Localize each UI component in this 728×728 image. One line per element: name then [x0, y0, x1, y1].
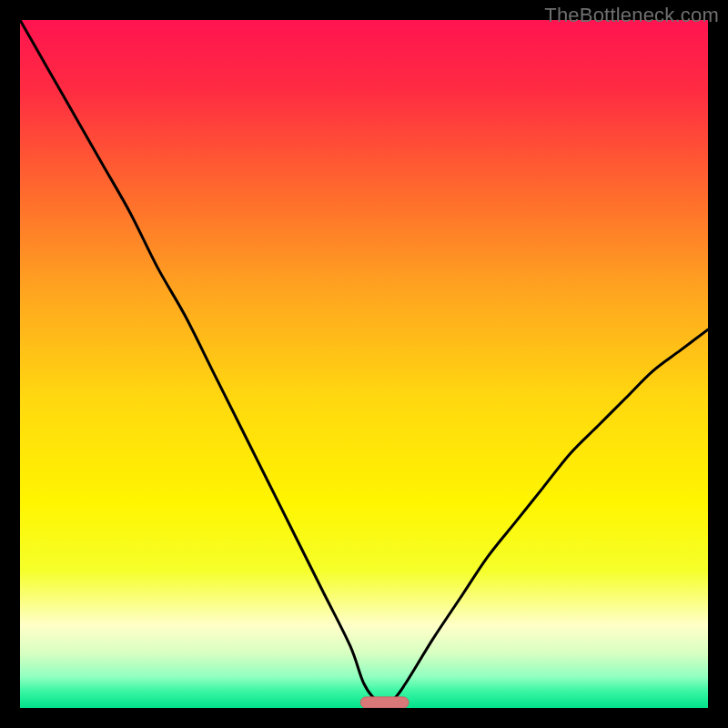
optimal-marker: [360, 697, 409, 708]
chart-frame: TheBottleneck.com: [0, 0, 728, 728]
watermark-text: TheBottleneck.com: [544, 4, 719, 27]
bottleneck-chart: [20, 20, 708, 708]
plot-area: [20, 20, 708, 708]
gradient-background: [20, 20, 708, 708]
